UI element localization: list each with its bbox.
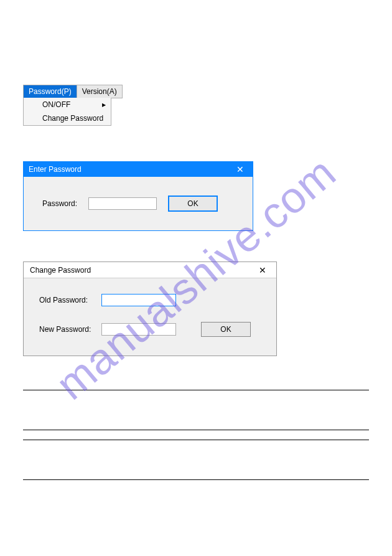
old-password-row: Old Password: — [39, 294, 261, 306]
enter-password-body: Password: OK — [24, 177, 253, 230]
old-password-input[interactable] — [101, 294, 176, 306]
divider-line — [23, 430, 369, 430]
enter-password-dialog: Enter Password ✕ Password: OK — [23, 161, 253, 231]
enter-password-title: Enter Password — [29, 165, 82, 174]
old-password-label: Old Password: — [39, 296, 101, 304]
divider-line — [23, 479, 369, 480]
menu-item-change-password[interactable]: Change Password — [24, 111, 111, 125]
enter-password-titlebar: Enter Password ✕ — [24, 162, 253, 177]
tab-password[interactable]: Password(P) — [24, 85, 77, 98]
close-icon[interactable]: ✕ — [255, 265, 270, 275]
close-icon[interactable]: ✕ — [233, 164, 248, 174]
password-label: Password: — [42, 199, 77, 208]
change-password-dialog: Change Password ✕ Old Password: New Pass… — [23, 262, 277, 356]
ok-button[interactable]: OK — [201, 322, 251, 337]
change-password-title: Change Password — [30, 266, 91, 275]
menu-strip: Password(P) Version(A) — [23, 85, 123, 98]
new-password-row: New Password: OK — [39, 322, 261, 337]
change-password-body: Old Password: New Password: OK — [24, 278, 276, 356]
password-dropdown: ON/OFF ▶ Change Password — [23, 98, 111, 126]
divider-line — [23, 440, 369, 440]
new-password-input[interactable] — [101, 323, 176, 336]
tab-version[interactable]: Version(A) — [77, 85, 122, 98]
change-password-titlebar: Change Password ✕ — [24, 262, 276, 278]
divider-line — [23, 390, 369, 390]
new-password-label: New Password: — [39, 325, 101, 334]
submenu-arrow-icon: ▶ — [102, 102, 106, 108]
menu-item-onoff-label: ON/OFF — [42, 100, 70, 109]
menu-item-onoff[interactable]: ON/OFF ▶ — [24, 98, 111, 111]
ok-button[interactable]: OK — [168, 196, 218, 212]
password-input[interactable] — [88, 197, 157, 210]
